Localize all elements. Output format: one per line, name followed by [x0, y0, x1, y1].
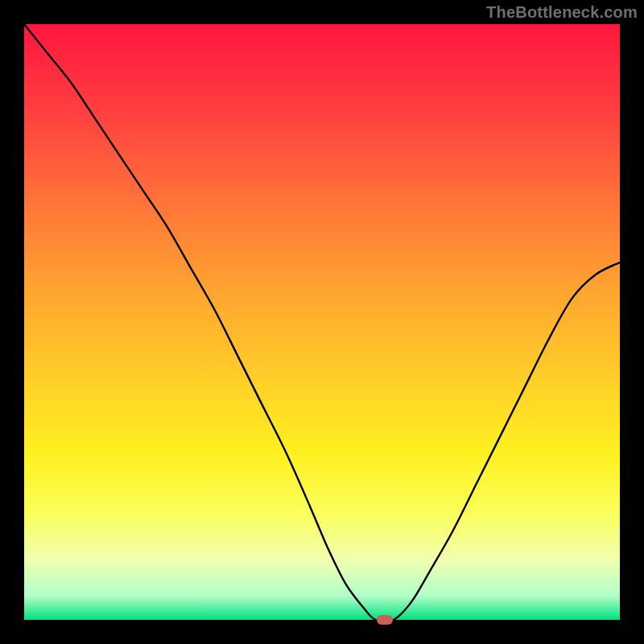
- chart-stage: TheBottleneck.com: [0, 0, 644, 644]
- optimal-marker: [377, 615, 393, 625]
- plot-area: [24, 24, 620, 620]
- watermark-text: TheBottleneck.com: [486, 3, 638, 22]
- bottleneck-curve: [24, 24, 620, 620]
